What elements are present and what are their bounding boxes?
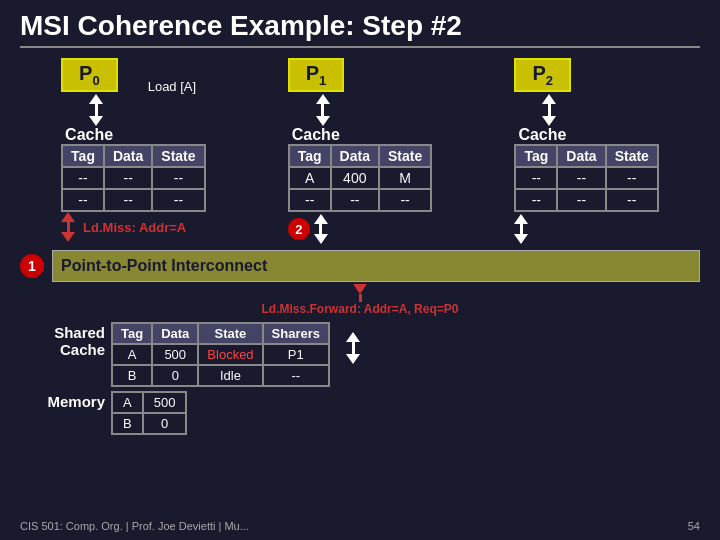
- p0-col-tag: Tag: [62, 145, 104, 167]
- table-row: A 500: [112, 392, 186, 413]
- shared-cache-label: SharedCache: [20, 324, 105, 358]
- processors-row: P0 Load [A] Cache Tag Data State: [20, 58, 700, 244]
- p1-col-tag: Tag: [289, 145, 331, 167]
- table-row: -- -- --: [289, 189, 431, 211]
- ld-miss-forward-label: Ld.Miss.Forward: Addr=A, Req=P0: [262, 302, 459, 316]
- sc-col-state: State: [198, 323, 262, 344]
- p0-col-data: Data: [104, 145, 152, 167]
- p1-col-state: State: [379, 145, 431, 167]
- table-row: -- -- --: [62, 189, 204, 211]
- sc-row0-state: Blocked: [198, 344, 262, 365]
- p1-row0-state: M: [379, 167, 431, 189]
- sc-col-tag: Tag: [112, 323, 152, 344]
- shared-cache-table: Tag Data State Sharers A 500 Blocked P1 …: [111, 322, 330, 387]
- p1-row1-state: --: [379, 189, 431, 211]
- p2-col-tag: Tag: [515, 145, 557, 167]
- p2-row0-data: --: [557, 167, 605, 189]
- p1-cache-table: Tag Data State A 400 M -- -- --: [288, 144, 432, 212]
- memory-label: Memory: [20, 393, 105, 410]
- table-row: A 400 M: [289, 167, 431, 189]
- p1-row1-tag: --: [289, 189, 331, 211]
- p0-cache-table: Tag Data State -- -- -- -- -- --: [61, 144, 205, 212]
- p0-cache-label: Cache: [65, 126, 113, 144]
- footer: CIS 501: Comp. Org. | Prof. Joe Devietti…: [20, 520, 700, 532]
- p0-row1-tag: --: [62, 189, 104, 211]
- interconnect-bar: Point-to-Point Interconnect: [52, 250, 700, 282]
- p0-row1-data: --: [104, 189, 152, 211]
- p2-col-state: State: [606, 145, 658, 167]
- p2-label: P2: [514, 58, 571, 92]
- sc-row1-sharers: --: [263, 365, 329, 386]
- table-row: A 500 Blocked P1: [112, 344, 329, 365]
- memory-section: Memory A 500 B 0: [20, 391, 700, 435]
- sc-row0-sharers: P1: [263, 344, 329, 365]
- p2-row0-tag: --: [515, 167, 557, 189]
- processor-p1: P1 Cache Tag Data State: [288, 58, 432, 244]
- processor-p0: P0 Load [A] Cache Tag Data State: [61, 58, 205, 242]
- p0-row0-tag: --: [62, 167, 104, 189]
- footer-left: CIS 501: Comp. Org. | Prof. Joe Devietti…: [20, 520, 249, 532]
- p2-row1-tag: --: [515, 189, 557, 211]
- p0-row0-state: --: [152, 167, 204, 189]
- p2-col-data: Data: [557, 145, 605, 167]
- footer-right: 54: [688, 520, 700, 532]
- shared-cache-section: SharedCache Tag Data State Sharers A 500…: [20, 322, 700, 387]
- slide-title: MSI Coherence Example: Step #2: [20, 10, 700, 48]
- p2-row0-state: --: [606, 167, 658, 189]
- p0-ld-miss: Ld.Miss: Addr=A: [61, 212, 186, 242]
- p1-row1-data: --: [331, 189, 379, 211]
- interconnect-label: Point-to-Point Interconnect: [61, 257, 267, 275]
- p2-cache-table: Tag Data State -- -- -- -- -- --: [514, 144, 658, 212]
- p2-cache-label: Cache: [518, 126, 566, 144]
- sc-col-data: Data: [152, 323, 198, 344]
- p0-label: P0: [61, 58, 118, 92]
- processor-p2: P2 Cache Tag Data State: [514, 58, 658, 244]
- p0-row1-state: --: [152, 189, 204, 211]
- mem-row1-val: 0: [143, 413, 187, 434]
- p1-col-data: Data: [331, 145, 379, 167]
- p2-row1-state: --: [606, 189, 658, 211]
- p0-col-state: State: [152, 145, 204, 167]
- p0-row0-data: --: [104, 167, 152, 189]
- p1-row0-data: 400: [331, 167, 379, 189]
- p1-label: P1: [288, 58, 345, 92]
- sc-row0-tag: A: [112, 344, 152, 365]
- sc-row1-state: Idle: [198, 365, 262, 386]
- table-row: -- -- --: [62, 167, 204, 189]
- table-row: -- -- --: [515, 167, 657, 189]
- mem-row0-val: 500: [143, 392, 187, 413]
- mem-row1-addr: B: [112, 413, 143, 434]
- memory-table: A 500 B 0: [111, 391, 187, 435]
- p1-row0-tag: A: [289, 167, 331, 189]
- p2-row1-data: --: [557, 189, 605, 211]
- sc-row1-data: 0: [152, 365, 198, 386]
- slide: MSI Coherence Example: Step #2 P0 Load […: [0, 0, 720, 540]
- sc-row1-tag: B: [112, 365, 152, 386]
- sc-row0-data: 500: [152, 344, 198, 365]
- mem-row0-addr: A: [112, 392, 143, 413]
- ld-miss-text: Ld.Miss: Addr=A: [83, 220, 186, 235]
- interconnect-circle-1: 1: [20, 254, 44, 278]
- table-row: -- -- --: [515, 189, 657, 211]
- interconnect-circle-2: 2: [288, 218, 310, 240]
- table-row: B 0: [112, 413, 186, 434]
- interconnect-section: 1 Point-to-Point Interconnect: [20, 250, 700, 282]
- p1-cache-label: Cache: [292, 126, 340, 144]
- load-label: Load [A]: [148, 79, 196, 94]
- table-row: B 0 Idle --: [112, 365, 329, 386]
- sc-col-sharers: Sharers: [263, 323, 329, 344]
